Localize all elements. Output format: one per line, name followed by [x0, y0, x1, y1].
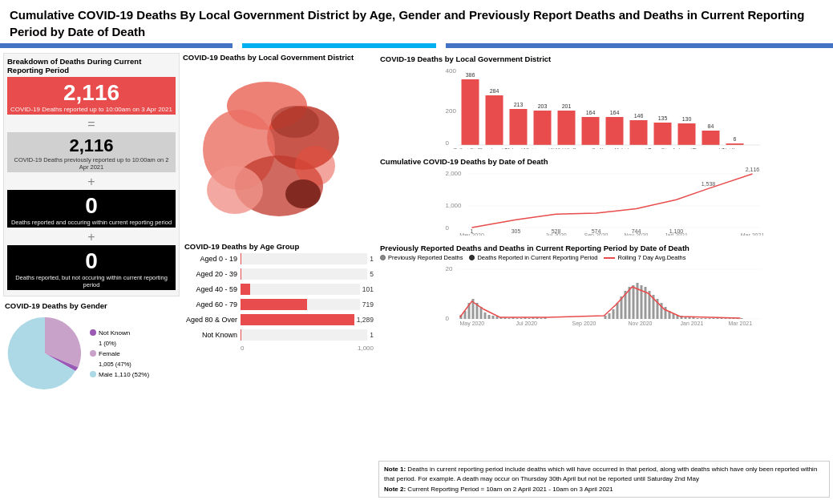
- svg-rect-128: [741, 318, 743, 319]
- current-deaths-number: 2,116: [9, 80, 174, 106]
- svg-text:Sep 2020: Sep 2020: [584, 232, 609, 236]
- svg-text:130: 130: [682, 116, 692, 122]
- map-title: COVID-19 Deaths by Local Government Dist…: [183, 53, 354, 62]
- current-deaths-box: 2,116 COVID-19 Deaths reported up to 10:…: [7, 77, 176, 115]
- svg-text:Jan 2021: Jan 2021: [665, 232, 688, 236]
- svg-text:213: 213: [514, 102, 524, 107]
- main-title: Cumulative COVID-19 Deaths By Local Gove…: [0, 0, 833, 43]
- svg-text:Sep 2020: Sep 2020: [572, 321, 596, 327]
- note-2-label: Note 2:: [384, 486, 406, 493]
- svg-rect-86: [516, 318, 519, 319]
- svg-rect-27: [654, 123, 672, 145]
- svg-text:Not Known: Not Known: [723, 147, 746, 149]
- age-group-title: COVID-19 Deaths by Age Group: [184, 242, 374, 251]
- svg-rect-116: [693, 317, 695, 319]
- district-bar-chart: 400 200 0 386 284 213 203: [380, 65, 828, 149]
- age-row-0-19: Aged 0 - 19 1: [184, 253, 374, 264]
- svg-text:146: 146: [634, 113, 644, 119]
- legend-current-period: Deaths Reported in Current Reporting Per…: [469, 254, 597, 261]
- svg-rect-21: [582, 117, 600, 145]
- svg-rect-97: [617, 303, 619, 319]
- svg-rect-31: [702, 131, 720, 145]
- previously-reported-chart: 20 0: [380, 263, 828, 327]
- svg-rect-11: [462, 79, 479, 145]
- district-bar-section: COVID-19 Deaths by Local Government Dist…: [378, 53, 830, 152]
- prev-deaths-label: COVID-19 Deaths previously reported up t…: [9, 156, 174, 171]
- svg-rect-115: [689, 317, 691, 319]
- svg-text:20: 20: [446, 265, 453, 272]
- prev-deaths-box: 2,116 COVID-19 Deaths previously reporte…: [7, 132, 176, 172]
- svg-text:Jul 2020: Jul 2020: [516, 321, 538, 326]
- age-row-80-over: Aged 80 & Over 1,289: [184, 314, 374, 325]
- equals-symbol: =: [7, 117, 176, 131]
- plus-symbol-1: +: [7, 175, 176, 189]
- svg-rect-109: [665, 307, 667, 319]
- gender-legend-female: Female: [90, 350, 149, 357]
- age-row-40-59: Aged 40 - 59 101: [184, 284, 374, 295]
- district-bar-title: COVID-19 Deaths by Local Government Dist…: [380, 54, 828, 63]
- northern-ireland-map: [191, 62, 367, 238]
- svg-rect-119: [705, 318, 707, 319]
- svg-rect-92: [540, 318, 543, 319]
- not-in-period-number: 0: [9, 248, 174, 274]
- gender-legend-not-known: Not Known: [90, 329, 149, 337]
- svg-text:May 2020: May 2020: [460, 321, 485, 327]
- gender-section: COVID-19 Deaths by Gender: [3, 300, 180, 498]
- svg-text:201: 201: [562, 103, 572, 109]
- svg-text:164: 164: [610, 110, 620, 115]
- svg-rect-84: [508, 318, 511, 319]
- age-group-section: COVID-19 Deaths by Age Group Aged 0 - 19…: [183, 240, 375, 498]
- svg-text:Mar 2021: Mar 2021: [741, 232, 765, 236]
- svg-text:Nov 2020: Nov 2020: [625, 232, 649, 236]
- in-period-box: 0 Deaths reported and occuring within cu…: [7, 190, 176, 228]
- in-period-label: Deaths reported and occuring within curr…: [9, 219, 174, 226]
- in-period-number: 0: [9, 193, 174, 219]
- previously-reported-section: Previously Reported Deaths and Deaths in…: [378, 242, 830, 458]
- svg-rect-79: [488, 315, 491, 319]
- svg-rect-118: [701, 318, 703, 319]
- svg-point-4: [207, 166, 263, 214]
- svg-rect-95: [609, 313, 611, 319]
- svg-text:1,538: 1,538: [702, 181, 716, 187]
- cumulative-title: Cumulative COVID-19 Deaths by Date of De…: [380, 157, 828, 166]
- svg-rect-122: [717, 318, 719, 319]
- breakdown-title: Breakdown of Deaths During Current Repor…: [7, 57, 176, 75]
- note-1-text: Deaths in current reporting period inclu…: [384, 466, 817, 482]
- svg-text:Jul 2020: Jul 2020: [545, 232, 567, 236]
- svg-text:Antrim and N...: Antrim and N...: [526, 147, 558, 149]
- svg-rect-120: [709, 318, 711, 319]
- svg-rect-23: [606, 117, 624, 145]
- svg-rect-13: [486, 95, 503, 145]
- legend-rolling-avg: Rolling 7 Day Avg.Deaths: [604, 254, 685, 261]
- svg-text:284: 284: [490, 88, 499, 94]
- svg-text:0: 0: [446, 315, 450, 322]
- svg-text:305: 305: [512, 228, 521, 234]
- gender-title: COVID-19 Deaths by Gender: [5, 301, 178, 310]
- svg-rect-89: [528, 318, 531, 319]
- previously-reported-title: Previously Reported Deaths and Deaths in…: [380, 244, 828, 252]
- svg-text:164: 164: [586, 110, 596, 115]
- svg-rect-80: [492, 316, 495, 319]
- svg-rect-117: [697, 318, 699, 319]
- gender-legend-male: Male 1,110 (52%): [90, 371, 149, 378]
- svg-text:135: 135: [658, 115, 668, 121]
- svg-rect-19: [558, 111, 576, 145]
- note-2-text: Current Reporting Period = 10am on 2 Apr…: [407, 486, 613, 493]
- note-1-label: Note 1:: [384, 466, 406, 473]
- not-in-period-box: 0 Deaths reported, but not occuring with…: [7, 245, 176, 290]
- plus-symbol-2: +: [7, 230, 176, 244]
- svg-rect-25: [630, 120, 648, 145]
- svg-text:0: 0: [446, 224, 450, 232]
- svg-point-7: [285, 179, 321, 208]
- note-2: Note 2: Current Reporting Period = 10am …: [384, 485, 824, 494]
- svg-text:400: 400: [446, 67, 457, 75]
- svg-text:84: 84: [708, 123, 714, 129]
- notes-section: Note 1: Deaths in current reporting peri…: [378, 461, 830, 498]
- svg-text:2,116: 2,116: [746, 167, 760, 172]
- gender-pie-chart: [5, 313, 85, 393]
- legend-previously: Previously Reported Deaths: [380, 254, 463, 261]
- svg-text:1,000: 1,000: [446, 202, 463, 209]
- svg-text:6: 6: [734, 136, 737, 142]
- svg-rect-96: [613, 309, 615, 319]
- svg-rect-33: [726, 143, 744, 145]
